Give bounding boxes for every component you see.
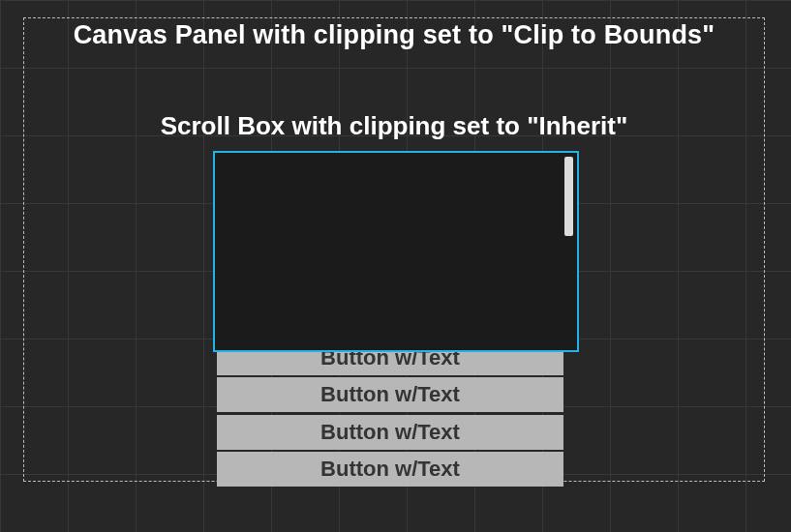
scroll-box-content: Button w/Text Button w/Text Button w/Tex… [217,154,563,487]
list-button[interactable]: Button w/Text [217,303,563,338]
list-button-label: Button w/Text [320,382,460,407]
list-button-label: Button w/Text [320,271,460,296]
list-button-label: Button w/Text [320,196,460,222]
list-button-label: Button w/Text [320,420,460,445]
scroll-box-title: Scroll Box with clipping set to "Inherit… [24,111,764,141]
list-button[interactable]: Button w/Text [217,340,563,375]
list-button[interactable]: Button w/Text [217,452,563,487]
list-button[interactable]: Button w/Text [217,377,563,412]
canvas-panel-title: Canvas Panel with clipping set to "Clip … [24,20,764,50]
list-button[interactable]: Button w/Text [217,154,563,189]
list-button-label: Button w/Text [320,345,460,370]
list-button[interactable]: Button w/Text [217,266,563,301]
canvas-panel: Canvas Panel with clipping set to "Clip … [23,17,765,482]
list-button[interactable]: Button w/Text [217,192,563,226]
list-button[interactable]: Button w/Text [217,228,563,263]
list-button-label: Button w/Text [320,159,460,184]
list-button-label: Button w/Text [320,308,460,333]
list-button-label: Button w/Text [320,233,460,258]
scrollbar-track[interactable] [564,157,573,346]
list-button[interactable]: Button w/Text [217,415,563,450]
scrollbar-thumb[interactable] [564,157,573,236]
list-button-label: Button w/Text [320,457,460,482]
